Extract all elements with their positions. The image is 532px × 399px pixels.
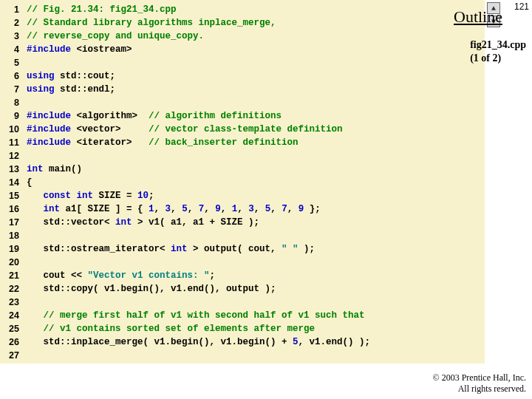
code-line: // reverse_copy and unique_copy.	[27, 30, 485, 43]
code-line: std::ostream_iterator< int > output( cou…	[27, 242, 485, 256]
line-number: 16	[3, 202, 19, 216]
code-line	[27, 349, 485, 362]
code-line	[27, 229, 485, 242]
line-number: 8	[3, 96, 19, 109]
line-number: 23	[3, 296, 19, 309]
line-number: 14	[3, 176, 19, 189]
line-number: 18	[3, 229, 19, 242]
line-number: 6	[3, 69, 19, 83]
code-line: int a1[ SIZE ] = { 1, 3, 5, 7, 9, 1, 3, …	[27, 202, 485, 216]
code-listing: 1234567891011121314151617181920212223242…	[0, 0, 485, 364]
line-number: 22	[3, 282, 19, 296]
line-number: 27	[3, 349, 19, 362]
copyright-line2: All rights reserved.	[433, 383, 526, 395]
line-number: 25	[3, 322, 19, 335]
code-line: // Standard library algorithms inplace_m…	[27, 16, 485, 30]
code-line	[27, 256, 485, 269]
code-line	[27, 96, 485, 109]
code-line: #include <iostream>	[27, 43, 485, 56]
line-number: 5	[3, 56, 19, 69]
outline-heading: Outline	[454, 7, 502, 27]
line-number: 7	[3, 83, 19, 96]
code-line: using std::endl;	[27, 83, 485, 96]
code-line: #include <vector> // vector class-templa…	[27, 123, 485, 136]
file-reference-name: fig21_34.cpp	[470, 38, 526, 52]
line-number: 15	[3, 189, 19, 202]
copyright-line1: © 2003 Prentice Hall, Inc.	[433, 372, 526, 383]
outline-heading-text: Outline	[454, 7, 502, 26]
code-line: using std::cout;	[27, 69, 485, 83]
line-number: 20	[3, 256, 19, 269]
line-number-gutter: 1234567891011121314151617181920212223242…	[0, 0, 22, 364]
line-number: 10	[3, 123, 19, 136]
file-reference-page: (1 of 2)	[470, 52, 526, 65]
copyright-notice: © 2003 Prentice Hall, Inc. All rights re…	[433, 372, 526, 395]
line-number: 4	[3, 43, 19, 56]
code-line: // merge first half of v1 with second ha…	[27, 309, 485, 322]
line-number: 1	[3, 3, 19, 16]
code-line	[27, 296, 485, 309]
line-number: 19	[3, 242, 19, 256]
line-number: 9	[3, 109, 19, 123]
code-line: std::vector< int > v1( a1, a1 + SIZE );	[27, 216, 485, 229]
line-number: 13	[3, 163, 19, 176]
code-line	[27, 149, 485, 163]
code-line	[27, 56, 485, 69]
code-line: std::inplace_merge( v1.begin(), v1.begin…	[27, 335, 485, 349]
code-line: #include <iterator> // back_inserter def…	[27, 136, 485, 149]
line-number: 2	[3, 16, 19, 30]
line-number: 3	[3, 30, 19, 43]
line-number: 21	[3, 269, 19, 282]
source-code: // Fig. 21.34: fig21_34.cpp// Standard l…	[22, 0, 485, 364]
code-line: cout << "Vector v1 contains: ";	[27, 269, 485, 282]
line-number: 11	[3, 136, 19, 149]
page-number: 121	[514, 1, 529, 12]
code-line: const int SIZE = 10;	[27, 189, 485, 202]
code-line: #include <algorithm> // algorithm defini…	[27, 109, 485, 123]
line-number: 24	[3, 309, 19, 322]
code-line: std::copy( v1.begin(), v1.end(), output …	[27, 282, 485, 296]
line-number: 17	[3, 216, 19, 229]
line-number: 26	[3, 335, 19, 349]
line-number: 12	[3, 149, 19, 163]
code-line: int main()	[27, 163, 485, 176]
code-line: {	[27, 176, 485, 189]
code-line: // Fig. 21.34: fig21_34.cpp	[27, 3, 485, 16]
file-reference: fig21_34.cpp (1 of 2)	[470, 38, 526, 65]
code-line: // v1 contains sorted set of elements af…	[27, 322, 485, 335]
